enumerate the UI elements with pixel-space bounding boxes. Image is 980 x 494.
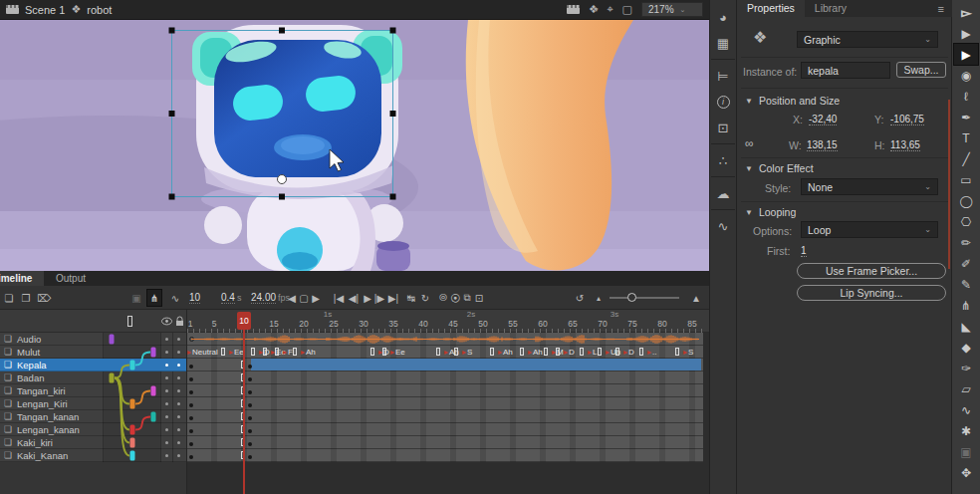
symbol-type-dropdown[interactable]: Graphic⌄ [797,31,938,48]
current-frame-readout[interactable]: 10 [189,292,200,303]
swap-button[interactable]: Swap... [896,62,946,78]
asset-warp-tool[interactable]: ✱ [954,420,978,441]
parent-chip-kaki_kanan[interactable] [130,451,135,461]
new-layer-button[interactable]: ❏ [2,290,16,306]
line-tool[interactable]: ╱ [954,148,978,169]
transform-panel-icon[interactable]: ⊡ [711,115,735,140]
frames-row-badan[interactable] [187,371,703,384]
color-style-dropdown[interactable]: None⌄ [801,178,938,195]
x-value[interactable]: -32,40 [809,114,837,125]
frames-row-kaki_kiri[interactable] [187,436,703,449]
scene-breadcrumb[interactable]: Scene 1 [25,4,65,16]
selection-handle[interactable] [169,28,175,34]
width-tool[interactable]: ∿ [954,399,978,420]
parent-chip-tangan_kanan[interactable] [151,412,156,422]
looping-options-dropdown[interactable]: Loop⌄ [801,221,938,238]
step-one-forward-button[interactable]: |▶ [372,290,386,306]
pen-tool[interactable]: ✒ [954,107,978,127]
frames-row-mulut[interactable]: ▸Neutral▸Ee▸D▸Ee▸F▸Ah▸D▸Ee▸Ah▸S▸Ah▸Ah▸M▸… [187,346,703,359]
timeline-zoom-knob[interactable] [627,293,636,302]
parent-chip-audio[interactable] [110,335,115,345]
symbol-breadcrumb[interactable]: robot [87,4,112,16]
first-frame-value[interactable]: 1 [801,245,807,257]
rectangle-tool[interactable]: ▭ [954,169,978,190]
reset-timeline-zoom-button[interactable]: ↺ [573,290,587,306]
gradient-transform-tool[interactable]: ◉ [954,65,978,86]
new-folder-button[interactable]: ❐ [19,290,33,306]
selection-handle[interactable] [390,111,396,117]
section-position-size[interactable]: ▼ Position and Size [745,95,840,107]
hand-tool[interactable]: ✥ [954,462,978,483]
eye-icon[interactable] [161,317,172,326]
clip-content-button[interactable]: ▢ [622,4,632,15]
free-transform-tool[interactable]: ▶ [954,44,978,65]
selection-handle[interactable] [390,28,396,34]
parent-chip-kepala[interactable] [130,361,135,370]
stage-canvas[interactable] [0,20,709,271]
selection-handle[interactable] [279,194,285,200]
pencil-tool[interactable]: ✏ [954,232,978,253]
lip-syncing-button[interactable]: Lip Syncing... [797,285,946,301]
frames-row-lengan_kanan[interactable] [187,423,703,436]
history-panel-icon[interactable]: ∿ [711,213,735,239]
parent-chip-mulut[interactable] [151,348,156,358]
tab-timeline[interactable]: Timeline [0,271,44,286]
instance-name-field[interactable]: kepala [801,62,890,79]
info-panel-icon[interactable]: i [711,89,735,115]
graph-editor-button[interactable]: ∿ [168,290,182,306]
use-frame-picker-button[interactable]: Use Frame Picker... [797,263,946,279]
lock-icon[interactable] [175,316,184,327]
tab-library[interactable]: Library [805,0,857,17]
section-looping[interactable]: ▼ Looping [745,206,796,218]
section-color-effect[interactable]: ▼ Color Effect [745,162,814,174]
center-frame-button[interactable]: ⌖ [607,4,612,15]
paint-brush-tool[interactable]: ✎ [954,274,978,295]
step-one-back-button[interactable]: ◀| [347,290,361,306]
lasso-tool[interactable]: ℓ [954,86,978,107]
art-brush-tool[interactable]: ✐ [954,253,978,274]
timeline-zoom-out-button[interactable]: ▴ [592,290,606,306]
timeline-zoom-in-button[interactable]: ▲ [689,290,703,306]
frames-row-tangan_kanan[interactable] [187,410,703,423]
delete-layer-button[interactable]: ⌦ [37,290,51,306]
parent-chip-lengan_kanan[interactable] [130,425,135,435]
brushes-panel-icon[interactable]: ∴ [711,147,735,173]
frames-row-kepala[interactable] [187,359,703,371]
frames-panel[interactable]: 1s2s3s1515202530354045505560657075808510… [187,310,709,494]
frames-row-kaki_kanan[interactable] [187,449,703,462]
playhead-marker[interactable]: 10 [237,312,251,330]
polystar-tool[interactable]: ⎔ [954,211,978,232]
edit-symbols-button[interactable]: ❖▾ [589,4,598,15]
parent-chip-kaki_kiri[interactable] [130,438,135,448]
loop-button[interactable]: ↻ [418,290,432,306]
frames-row-tangan_kiri[interactable] [187,384,703,397]
tab-output[interactable]: Output [46,271,96,286]
parent-chip-lengan_kiri[interactable] [130,399,135,409]
parent-chip-badan[interactable] [110,373,115,383]
paint-bucket-tool[interactable]: ◣ [954,316,978,337]
edit-scene-button[interactable]: ▾ [567,5,580,14]
y-value[interactable]: -106,75 [890,114,924,125]
playhead[interactable] [243,330,245,494]
selected-frame-span[interactable] [251,359,701,370]
link-width-height-icon[interactable]: ∞ [745,137,754,149]
w-value[interactable]: 138,15 [807,139,838,151]
go-first-frame-button[interactable]: |◀ [332,290,346,306]
center-playhead-button[interactable]: ↹ [404,290,418,306]
stage-zoom-select[interactable]: 217% ⌄ [641,2,703,17]
robot-character[interactable] [192,25,410,271]
frames-row-audio[interactable] [187,333,703,346]
oval-tool[interactable]: ◯ [954,190,978,211]
transform-point[interactable] [278,175,287,184]
step-forward-button[interactable]: ▶ [309,290,323,306]
align-panel-icon[interactable]: ⊨ [711,63,735,89]
cc-libraries-panel-icon[interactable]: ☁ [711,180,735,206]
panel-menu-icon[interactable]: ≡ [938,3,952,17]
subselection-tool[interactable]: ▶ [954,23,978,44]
color-panel-icon[interactable]: ◕ [711,4,735,30]
selection-handle[interactable] [169,194,175,200]
selection-handle[interactable] [279,28,285,34]
swatches-panel-icon[interactable]: ▦ [711,30,735,56]
tab-properties[interactable]: Properties [737,0,805,17]
eraser-tool[interactable]: ▱ [954,378,978,399]
